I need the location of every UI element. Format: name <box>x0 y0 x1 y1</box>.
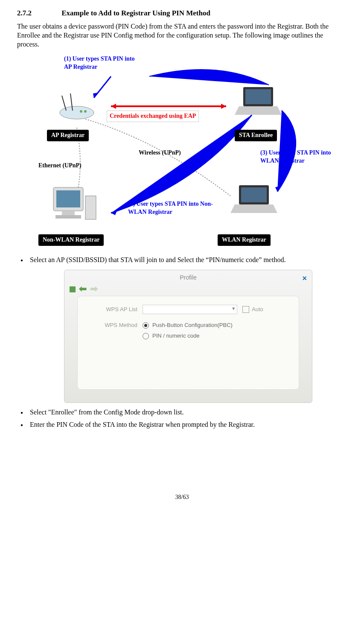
auto-label: Auto <box>252 306 263 313</box>
page-number: 38/63 <box>17 493 347 501</box>
wlan-label: WLAN Registrar <box>218 234 271 245</box>
close-icon[interactable]: × <box>302 274 307 283</box>
section-number: 2.7.2 <box>17 9 60 18</box>
desktop-icon <box>47 183 98 228</box>
svg-point-10 <box>84 110 87 113</box>
intro-paragraph: The user obtains a device password (PIN … <box>17 22 347 49</box>
svg-marker-2 <box>111 104 116 109</box>
credentials-label: Credentials exchanged using EAP <box>107 111 199 122</box>
svg-marker-21 <box>230 204 277 213</box>
bullet-3: Enter the PIN Code of the STA into the R… <box>17 420 347 429</box>
svg-marker-13 <box>235 106 282 115</box>
toolbar: ⬅ ➡ <box>70 283 98 295</box>
profile-dialog: Profile × ⬅ ➡ WPS AP List Auto WPS Metho… <box>64 270 312 403</box>
section-heading: 2.7.2 Example to Add to Registrar Using … <box>17 9 347 18</box>
bullet-2: Select "Enrollee" from the Config Mode d… <box>17 408 347 417</box>
dialog-inner-panel: WPS AP List Auto WPS Method Push-Button … <box>77 296 299 390</box>
auto-checkbox[interactable] <box>242 306 249 313</box>
diagram-label-3: (3) User types STA PIN into WLAN Registr… <box>260 149 333 164</box>
svg-rect-17 <box>55 215 81 219</box>
radio-pin-label: PIN / numeric code <box>152 332 200 340</box>
svg-point-9 <box>80 110 82 113</box>
wireless-label: Wireless (UPnP) <box>139 149 181 157</box>
svg-rect-20 <box>241 187 267 202</box>
stop-icon[interactable] <box>70 286 76 292</box>
svg-point-6 <box>60 106 94 119</box>
non-wlan-label: Non-WLAN Registrar <box>38 234 104 245</box>
svg-rect-15 <box>56 190 80 207</box>
forward-icon[interactable]: ➡ <box>90 283 98 295</box>
svg-rect-16 <box>62 211 75 215</box>
back-icon[interactable]: ⬅ <box>79 283 87 295</box>
svg-rect-18 <box>85 196 96 219</box>
wps-ap-list-dropdown[interactable] <box>143 305 237 314</box>
wps-method-label: WPS Method <box>90 322 137 329</box>
pin-method-diagram: (1) User types STA PIN into AP Registrar… <box>30 55 329 249</box>
ethernet-label: Ethernet (UPnP) <box>38 162 82 169</box>
svg-rect-12 <box>245 89 271 104</box>
dialog-title: Profile <box>64 270 312 285</box>
radio-pbc[interactable] <box>143 322 149 329</box>
bullet-1: Select an AP (SSID/BSSID) that STA will … <box>17 256 347 265</box>
sta-enrollee-label: STA Enrollee <box>235 130 277 141</box>
wps-ap-list-label: WPS AP List <box>90 306 137 313</box>
diagram-label-1: (1) User types STA PIN into AP Registrar <box>64 55 141 70</box>
wlan-laptop-icon <box>230 183 277 220</box>
radio-pin[interactable] <box>143 333 149 339</box>
section-title: Example to Add to Registrar Using PIN Me… <box>61 9 210 17</box>
radio-pbc-label: Push-Button Configuration(PBC) <box>152 322 233 329</box>
diagram-label-2: (2) User types STA PIN into Non-WLAN Reg… <box>128 200 213 216</box>
svg-marker-3 <box>221 104 226 109</box>
sta-laptop-icon <box>235 85 282 122</box>
ap-device-icon <box>55 91 98 124</box>
ap-registrar-label: AP Registrar <box>47 130 89 141</box>
